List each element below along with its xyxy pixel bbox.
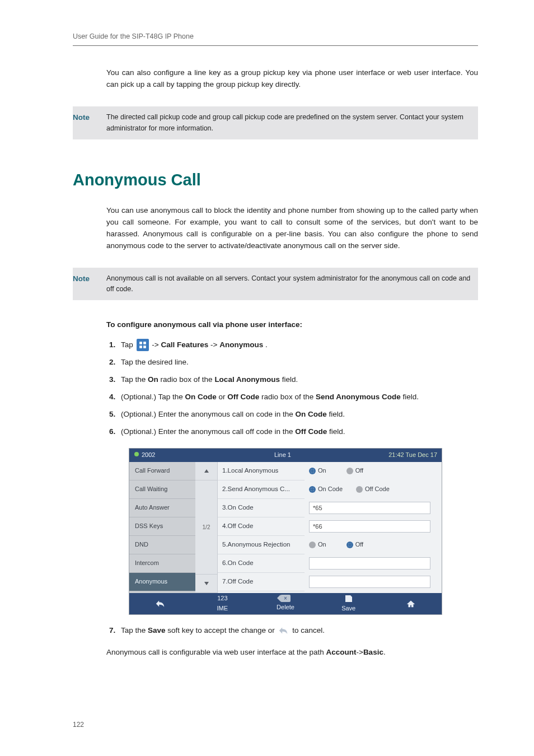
bold-basic: Basic: [363, 648, 383, 656]
radio-off-code[interactable]: Off Code: [356, 484, 390, 494]
text: (Optional.) Enter the anonymous call off…: [121, 427, 295, 436]
phone-screenshot: 2002 Line 1 21:42 Tue Dec 17 Call Forwar…: [129, 448, 442, 615]
radio-off[interactable]: Off: [346, 540, 363, 549]
label-local-anonymous: 1.Local Anonymous: [218, 462, 305, 480]
radio-on[interactable]: On: [309, 466, 326, 475]
note-box-2: Note Anonymous call is not available on …: [73, 268, 478, 301]
scroll-down-icon[interactable]: [195, 575, 217, 593]
row-send-anonymous-code: On Code Off Code: [305, 480, 435, 499]
intro-paragraph: You can also configure a line key as a g…: [106, 67, 478, 91]
text: Tap the: [121, 626, 148, 634]
phone-header-time: 21:42 Tue Dec 17: [370, 450, 437, 460]
page-header: User Guide for the SIP-T48G IP Phone: [73, 31, 478, 46]
step-6: (Optional.) Enter the anonymous call off…: [118, 426, 478, 438]
input-on-code-2[interactable]: [309, 557, 430, 570]
bold-off-code: Off Code: [227, 393, 259, 401]
save-label: Save: [341, 604, 355, 613]
svg-point-4: [134, 452, 139, 456]
text: ->: [152, 340, 158, 349]
sidebar-item-anonymous[interactable]: Anonymous: [129, 573, 195, 591]
softkey-home[interactable]: [380, 599, 442, 608]
label-on-code-2: 6.On Code: [218, 554, 305, 573]
ime-line1: 123: [217, 594, 227, 603]
radio-label: Off Code: [365, 484, 390, 494]
text: field.: [280, 375, 298, 384]
scroll-up-icon[interactable]: [195, 462, 217, 480]
row-on-code: [305, 499, 435, 517]
step-5: (Optional.) Enter the anonymous call on …: [118, 409, 478, 421]
bold-send-anon-code: Send Anonymous Code: [316, 393, 401, 401]
softkey-ime[interactable]: 123 IME: [191, 594, 254, 613]
anonymous-intro: You can use anonymous call to block the …: [106, 205, 478, 252]
text: .: [383, 648, 386, 656]
text: Anonymous call is configurable via web u…: [106, 648, 326, 656]
sidebar-item-call-waiting[interactable]: Call Waiting: [129, 480, 195, 499]
text: soft key to accept the change or: [166, 626, 277, 634]
back-icon: [155, 599, 165, 608]
steps-list: Tap -> Call Features -> Anonymous . Tap …: [106, 339, 478, 438]
row-local-anonymous: On Off: [305, 462, 435, 480]
phone-footer: 123 IME × Delete Save: [129, 593, 442, 614]
text: ->: [356, 648, 363, 656]
radio-label: On Code: [318, 484, 343, 494]
bold-on: On: [148, 375, 158, 384]
label-send-anonymous-code: 2.Send Anonymous C...: [218, 480, 305, 499]
phone-scroll: 1/2: [195, 462, 218, 593]
presence-icon: [134, 450, 139, 460]
bold-account: Account: [326, 648, 356, 656]
save-icon: [344, 594, 354, 603]
svg-marker-5: [204, 469, 209, 473]
sidebar-item-call-forward[interactable]: Call Forward: [129, 462, 195, 480]
input-on-code[interactable]: [309, 502, 430, 514]
radio-on[interactable]: On: [309, 540, 326, 549]
ime-line2: IME: [217, 604, 228, 613]
softkey-back[interactable]: [129, 599, 191, 608]
note-body: The directed call pickup code and group …: [106, 106, 478, 139]
bold-on-code: On Code: [295, 410, 326, 418]
text: (Optional.) Tap the: [121, 393, 185, 401]
step-4: (Optional.) Tap the On Code or Off Code …: [118, 391, 478, 403]
text: (Optional.) Enter the anonymous call on …: [121, 410, 295, 418]
input-off-code-2[interactable]: [309, 576, 430, 588]
radio-label: On: [318, 466, 326, 475]
radio-off[interactable]: Off: [346, 466, 363, 475]
sidebar-item-dnd[interactable]: DND: [129, 536, 195, 554]
text: .: [265, 340, 268, 349]
sidebar-item-dss-keys[interactable]: DSS Keys: [129, 517, 195, 536]
page-number: 122: [73, 720, 84, 730]
text: field.: [327, 410, 345, 418]
delete-icon: ×: [280, 595, 291, 602]
text: radio box of the: [259, 393, 316, 401]
input-off-code[interactable]: [309, 520, 430, 533]
phone-body: Call Forward Call Waiting Auto Answer DS…: [129, 462, 442, 593]
label-off-code: 4.Off Code: [218, 517, 305, 536]
back-icon: [278, 626, 289, 636]
text: field.: [401, 393, 419, 401]
svg-rect-2: [139, 346, 142, 348]
sidebar-item-intercom[interactable]: Intercom: [129, 554, 195, 573]
softkey-save[interactable]: Save: [317, 594, 380, 613]
phone-sidebar: Call Forward Call Waiting Auto Answer DS…: [129, 462, 195, 593]
radio-on-code[interactable]: On Code: [309, 484, 343, 494]
delete-label: Delete: [277, 603, 294, 612]
bold-anonymous: Anonymous: [219, 340, 263, 349]
field-labels: 1.Local Anonymous 2.Send Anonymous C... …: [218, 462, 305, 593]
label-off-code-2: 7.Off Code: [218, 573, 305, 591]
svg-marker-6: [204, 582, 209, 585]
softkey-delete[interactable]: × Delete: [254, 595, 317, 612]
text: or: [217, 393, 228, 401]
note-label: Note: [73, 106, 106, 139]
bold-call-features: Call Features: [161, 340, 208, 349]
text: Tap: [121, 340, 133, 349]
step-1: Tap -> Call Features -> Anonymous .: [118, 339, 478, 351]
ext-number: 2002: [142, 450, 155, 460]
row-off-code-2: [305, 573, 435, 591]
label-anonymous-rejection: 5.Anonymous Rejection: [218, 536, 305, 554]
phone-header: 2002 Line 1 21:42 Tue Dec 17: [129, 449, 442, 462]
bold-local-anonymous: Local Anonymous: [214, 375, 280, 384]
row-anonymous-rejection: On Off: [305, 536, 435, 554]
radio-label: Off: [355, 466, 363, 475]
sidebar-item-auto-answer[interactable]: Auto Answer: [129, 499, 195, 517]
text: to cancel.: [292, 626, 325, 634]
radio-label: On: [318, 540, 326, 549]
